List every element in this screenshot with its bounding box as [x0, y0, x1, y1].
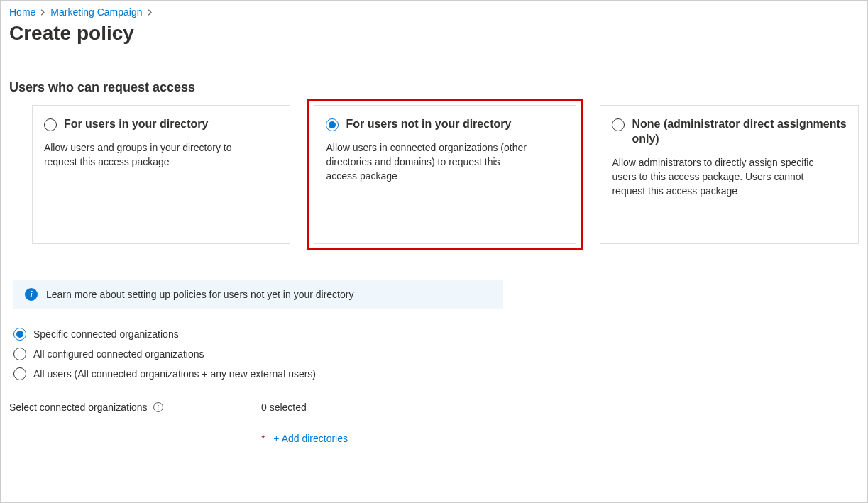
- radio-icon[interactable]: [612, 118, 625, 131]
- connected-orgs-label: Select connected organizations: [9, 402, 148, 413]
- breadcrumb-link-marketing-campaign[interactable]: Marketing Campaign: [50, 6, 142, 18]
- card-none[interactable]: None (administrator direct assignments o…: [600, 105, 859, 244]
- radio-option-all-configured[interactable]: All configured connected organizations: [13, 348, 859, 360]
- card-title: For users in your directory: [64, 117, 209, 132]
- breadcrumb: Home Marketing Campaign: [9, 6, 859, 18]
- radio-icon[interactable]: [13, 348, 26, 360]
- radio-label: All configured connected organizations: [33, 348, 204, 360]
- info-banner-text: Learn more about setting up policies for…: [46, 289, 353, 300]
- page-title: Create policy: [9, 22, 859, 45]
- card-description: Allow users in connected organizations (…: [326, 140, 532, 184]
- add-directories-link[interactable]: + Add directories: [273, 433, 348, 444]
- card-not-in-directory[interactable]: For users not in your directory Allow us…: [314, 105, 576, 244]
- chevron-right-icon: [147, 9, 153, 16]
- radio-icon[interactable]: [326, 118, 339, 131]
- radio-icon[interactable]: [44, 118, 57, 131]
- breadcrumb-link-home[interactable]: Home: [9, 6, 35, 18]
- info-banner[interactable]: i Learn more about setting up policies f…: [13, 280, 503, 309]
- required-marker: *: [261, 433, 265, 444]
- radio-icon[interactable]: [13, 367, 26, 380]
- info-icon: i: [25, 288, 38, 301]
- card-title: For users not in your directory: [346, 117, 511, 132]
- radio-option-specific[interactable]: Specific connected organizations: [13, 328, 859, 341]
- info-icon[interactable]: i: [153, 402, 163, 412]
- scope-radio-group: Specific connected organizations All con…: [13, 328, 859, 380]
- card-description: Allow users and groups in your directory…: [44, 140, 250, 170]
- option-cards: For users in your directory Allow users …: [9, 105, 859, 244]
- radio-label: Specific connected organizations: [33, 328, 179, 340]
- card-highlight: For users not in your directory Allow us…: [307, 99, 583, 250]
- card-in-directory[interactable]: For users in your directory Allow users …: [32, 105, 291, 244]
- connected-orgs-label-row: Select connected organizations i: [9, 402, 261, 413]
- selected-count-text: 0 selected: [261, 402, 348, 413]
- radio-option-all-users[interactable]: All users (All connected organizations +…: [13, 367, 859, 380]
- card-description: Allow administrators to directly assign …: [612, 155, 839, 199]
- section-title-users: Users who can request access: [9, 80, 859, 95]
- chevron-right-icon: [40, 9, 46, 16]
- radio-icon[interactable]: [13, 328, 26, 341]
- radio-label: All users (All connected organizations +…: [33, 368, 316, 380]
- card-title: None (administrator direct assignments o…: [632, 117, 847, 147]
